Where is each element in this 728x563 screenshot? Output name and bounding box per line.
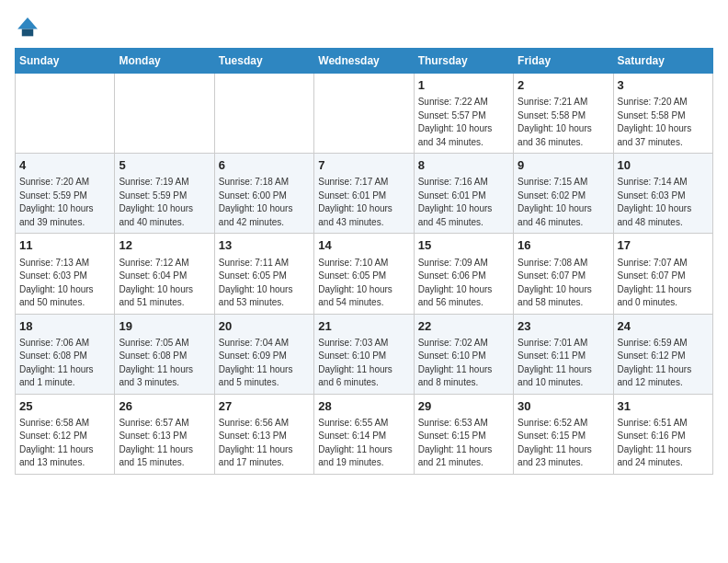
calendar-day-cell: 18Sunrise: 7:06 AM Sunset: 6:08 PM Dayli… xyxy=(16,314,115,394)
calendar-week-row: 18Sunrise: 7:06 AM Sunset: 6:08 PM Dayli… xyxy=(16,314,713,394)
day-number: 21 xyxy=(318,318,409,335)
day-info: Sunrise: 6:56 AM Sunset: 6:13 PM Dayligh… xyxy=(219,417,310,470)
day-info: Sunrise: 7:17 AM Sunset: 6:01 PM Dayligh… xyxy=(318,176,409,229)
day-info: Sunrise: 7:22 AM Sunset: 5:57 PM Dayligh… xyxy=(418,96,509,149)
calendar-day-cell xyxy=(16,74,115,154)
svg-marker-0 xyxy=(17,17,38,29)
calendar-day-cell: 24Sunrise: 6:59 AM Sunset: 6:12 PM Dayli… xyxy=(613,314,712,394)
day-info: Sunrise: 7:04 AM Sunset: 6:09 PM Dayligh… xyxy=(219,337,310,390)
logo xyxy=(15,15,44,40)
day-of-week-header: Tuesday xyxy=(214,49,313,74)
day-info: Sunrise: 7:07 AM Sunset: 6:07 PM Dayligh… xyxy=(618,257,709,310)
day-of-week-header: Friday xyxy=(514,49,613,74)
calendar-table: SundayMondayTuesdayWednesdayThursdayFrid… xyxy=(15,48,713,475)
calendar-day-cell: 30Sunrise: 6:52 AM Sunset: 6:15 PM Dayli… xyxy=(514,394,613,474)
calendar-day-cell: 10Sunrise: 7:14 AM Sunset: 6:03 PM Dayli… xyxy=(613,154,712,234)
day-info: Sunrise: 7:11 AM Sunset: 6:05 PM Dayligh… xyxy=(219,257,310,310)
calendar-day-cell: 19Sunrise: 7:05 AM Sunset: 6:08 PM Dayli… xyxy=(115,314,214,394)
calendar-day-cell: 9Sunrise: 7:15 AM Sunset: 6:02 PM Daylig… xyxy=(514,154,613,234)
calendar-day-cell: 26Sunrise: 6:57 AM Sunset: 6:13 PM Dayli… xyxy=(115,394,214,474)
day-info: Sunrise: 7:06 AM Sunset: 6:08 PM Dayligh… xyxy=(19,337,110,390)
day-number: 17 xyxy=(618,237,709,254)
day-info: Sunrise: 7:20 AM Sunset: 5:59 PM Dayligh… xyxy=(19,176,110,229)
day-number: 3 xyxy=(618,77,709,94)
day-number: 16 xyxy=(518,237,609,254)
calendar-day-cell: 16Sunrise: 7:08 AM Sunset: 6:07 PM Dayli… xyxy=(514,234,613,314)
calendar-day-cell: 25Sunrise: 6:58 AM Sunset: 6:12 PM Dayli… xyxy=(16,394,115,474)
day-info: Sunrise: 7:18 AM Sunset: 6:00 PM Dayligh… xyxy=(219,176,310,229)
calendar-day-cell: 13Sunrise: 7:11 AM Sunset: 6:05 PM Dayli… xyxy=(214,234,313,314)
calendar-day-cell: 23Sunrise: 7:01 AM Sunset: 6:11 PM Dayli… xyxy=(514,314,613,394)
day-number: 12 xyxy=(119,237,210,254)
day-info: Sunrise: 6:58 AM Sunset: 6:12 PM Dayligh… xyxy=(19,417,110,470)
day-number: 30 xyxy=(518,398,609,415)
day-number: 13 xyxy=(219,237,310,254)
day-info: Sunrise: 7:03 AM Sunset: 6:10 PM Dayligh… xyxy=(318,337,409,390)
day-number: 6 xyxy=(219,157,310,174)
day-number: 4 xyxy=(19,157,110,174)
day-number: 2 xyxy=(518,77,609,94)
day-info: Sunrise: 6:55 AM Sunset: 6:14 PM Dayligh… xyxy=(318,417,409,470)
calendar-day-cell: 14Sunrise: 7:10 AM Sunset: 6:05 PM Dayli… xyxy=(314,234,414,314)
calendar-day-cell: 12Sunrise: 7:12 AM Sunset: 6:04 PM Dayli… xyxy=(115,234,214,314)
day-info: Sunrise: 7:08 AM Sunset: 6:07 PM Dayligh… xyxy=(518,257,609,310)
day-number: 25 xyxy=(19,398,110,415)
day-info: Sunrise: 7:14 AM Sunset: 6:03 PM Dayligh… xyxy=(618,176,709,229)
svg-rect-1 xyxy=(22,29,33,37)
day-of-week-header: Saturday xyxy=(613,49,712,74)
calendar-day-cell: 1Sunrise: 7:22 AM Sunset: 5:57 PM Daylig… xyxy=(414,74,513,154)
day-info: Sunrise: 6:53 AM Sunset: 6:15 PM Dayligh… xyxy=(418,417,509,470)
calendar-day-cell: 7Sunrise: 7:17 AM Sunset: 6:01 PM Daylig… xyxy=(314,154,414,234)
calendar-day-cell: 21Sunrise: 7:03 AM Sunset: 6:10 PM Dayli… xyxy=(314,314,414,394)
calendar-day-cell: 31Sunrise: 6:51 AM Sunset: 6:16 PM Dayli… xyxy=(613,394,712,474)
day-info: Sunrise: 6:51 AM Sunset: 6:16 PM Dayligh… xyxy=(618,417,709,470)
calendar-week-row: 4Sunrise: 7:20 AM Sunset: 5:59 PM Daylig… xyxy=(16,154,713,234)
calendar-header: SundayMondayTuesdayWednesdayThursdayFrid… xyxy=(16,49,713,74)
calendar-day-cell: 3Sunrise: 7:20 AM Sunset: 5:58 PM Daylig… xyxy=(613,74,712,154)
calendar-day-cell xyxy=(314,74,414,154)
day-info: Sunrise: 7:02 AM Sunset: 6:10 PM Dayligh… xyxy=(418,337,509,390)
day-number: 31 xyxy=(618,398,709,415)
day-number: 5 xyxy=(119,157,210,174)
page-header xyxy=(15,15,713,40)
calendar-day-cell: 22Sunrise: 7:02 AM Sunset: 6:10 PM Dayli… xyxy=(414,314,513,394)
day-info: Sunrise: 7:15 AM Sunset: 6:02 PM Dayligh… xyxy=(518,176,609,229)
day-of-week-header: Wednesday xyxy=(314,49,414,74)
day-info: Sunrise: 7:16 AM Sunset: 6:01 PM Dayligh… xyxy=(418,176,509,229)
day-info: Sunrise: 7:01 AM Sunset: 6:11 PM Dayligh… xyxy=(518,337,609,390)
calendar-day-cell: 11Sunrise: 7:13 AM Sunset: 6:03 PM Dayli… xyxy=(16,234,115,314)
day-number: 10 xyxy=(618,157,709,174)
day-info: Sunrise: 6:52 AM Sunset: 6:15 PM Dayligh… xyxy=(518,417,609,470)
calendar-day-cell: 29Sunrise: 6:53 AM Sunset: 6:15 PM Dayli… xyxy=(414,394,513,474)
day-number: 23 xyxy=(518,318,609,335)
calendar-week-row: 25Sunrise: 6:58 AM Sunset: 6:12 PM Dayli… xyxy=(16,394,713,474)
day-number: 18 xyxy=(19,318,110,335)
calendar-day-cell: 28Sunrise: 6:55 AM Sunset: 6:14 PM Dayli… xyxy=(314,394,414,474)
day-of-week-header: Sunday xyxy=(16,49,115,74)
calendar-day-cell: 15Sunrise: 7:09 AM Sunset: 6:06 PM Dayli… xyxy=(414,234,513,314)
calendar-day-cell: 4Sunrise: 7:20 AM Sunset: 5:59 PM Daylig… xyxy=(16,154,115,234)
logo-icon xyxy=(15,15,40,40)
day-number: 24 xyxy=(618,318,709,335)
day-number: 14 xyxy=(318,237,409,254)
day-of-week-header: Thursday xyxy=(414,49,513,74)
calendar-week-row: 1Sunrise: 7:22 AM Sunset: 5:57 PM Daylig… xyxy=(16,74,713,154)
day-number: 9 xyxy=(518,157,609,174)
day-of-week-header: Monday xyxy=(115,49,214,74)
day-number: 15 xyxy=(418,237,509,254)
day-info: Sunrise: 7:09 AM Sunset: 6:06 PM Dayligh… xyxy=(418,257,509,310)
day-number: 7 xyxy=(318,157,409,174)
day-info: Sunrise: 7:12 AM Sunset: 6:04 PM Dayligh… xyxy=(119,257,210,310)
day-number: 29 xyxy=(418,398,509,415)
day-info: Sunrise: 6:57 AM Sunset: 6:13 PM Dayligh… xyxy=(119,417,210,470)
day-number: 8 xyxy=(418,157,509,174)
day-number: 28 xyxy=(318,398,409,415)
calendar-day-cell xyxy=(214,74,313,154)
calendar-day-cell: 5Sunrise: 7:19 AM Sunset: 5:59 PM Daylig… xyxy=(115,154,214,234)
calendar-day-cell: 20Sunrise: 7:04 AM Sunset: 6:09 PM Dayli… xyxy=(214,314,313,394)
day-number: 1 xyxy=(418,77,509,94)
day-info: Sunrise: 6:59 AM Sunset: 6:12 PM Dayligh… xyxy=(618,337,709,390)
day-info: Sunrise: 7:21 AM Sunset: 5:58 PM Dayligh… xyxy=(518,96,609,149)
day-info: Sunrise: 7:10 AM Sunset: 6:05 PM Dayligh… xyxy=(318,257,409,310)
calendar-week-row: 11Sunrise: 7:13 AM Sunset: 6:03 PM Dayli… xyxy=(16,234,713,314)
